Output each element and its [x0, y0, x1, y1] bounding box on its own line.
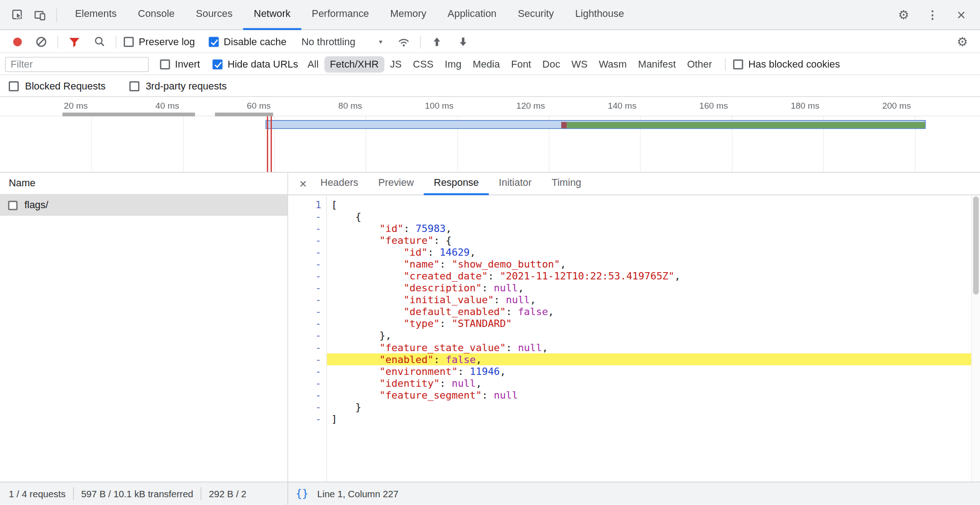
resources-size: 292 B / 2 [209, 488, 246, 499]
detail-tab-response[interactable]: Response [424, 173, 489, 195]
tab-application[interactable]: Application [437, 0, 507, 30]
filter-toggle-button[interactable] [66, 33, 83, 50]
tab-memory[interactable]: Memory [380, 0, 437, 30]
filter-type-fetch-xhr[interactable]: Fetch/XHR [324, 56, 385, 73]
fold-marker[interactable]: - [288, 318, 322, 330]
filter-type-all[interactable]: All [302, 56, 324, 73]
fold-marker[interactable]: - [288, 270, 322, 282]
blocked-requests-checkbox[interactable] [9, 81, 19, 91]
divider [201, 487, 201, 500]
disable-cache-label[interactable]: Disable cache [224, 36, 287, 47]
request-row[interactable]: flags/ [0, 195, 287, 216]
filter-type-css[interactable]: CSS [407, 56, 439, 73]
filter-type-media[interactable]: Media [467, 56, 506, 73]
hide-data-urls-control: Hide data URLs [213, 58, 298, 70]
pretty-print-button[interactable]: {} [296, 487, 308, 500]
inspect-element-button[interactable] [9, 6, 26, 23]
tab-security[interactable]: Security [507, 0, 565, 30]
fold-marker[interactable]: - [288, 282, 322, 294]
code-token: , [476, 377, 482, 389]
has-blocked-cookies-label[interactable]: Has blocked cookies [748, 58, 840, 70]
fold-marker[interactable]: - [288, 235, 322, 247]
filter-type-manifest[interactable]: Manifest [632, 56, 681, 73]
hide-data-urls-checkbox[interactable] [213, 59, 223, 69]
tab-lighthouse[interactable]: Lighthouse [564, 0, 635, 30]
preserve-log-label[interactable]: Preserve log [139, 36, 195, 47]
fold-marker[interactable]: - [288, 306, 322, 318]
code-token: "name" [403, 258, 439, 270]
filter-type-wasm[interactable]: Wasm [593, 56, 632, 73]
tab-sources[interactable]: Sources [185, 0, 243, 30]
detail-tab-headers[interactable]: Headers [310, 173, 368, 195]
divider [73, 487, 73, 500]
network-settings-button[interactable]: ⚙ [954, 33, 971, 51]
tab-network[interactable]: Network [243, 0, 301, 30]
fold-marker[interactable]: - [288, 389, 322, 401]
filter-type-js[interactable]: JS [384, 56, 407, 73]
tick-label: 200 ms [867, 101, 911, 111]
detail-tab-initiator[interactable]: Initiator [489, 173, 542, 195]
export-har-button[interactable] [454, 33, 471, 50]
transferred-size: 597 B / 10.1 kB transferred [81, 488, 193, 499]
record-icon [13, 37, 22, 46]
name-header-label: Name [9, 178, 35, 189]
hide-data-urls-label[interactable]: Hide data URLs [228, 58, 298, 70]
clear-button[interactable] [32, 33, 50, 50]
code-token: : [433, 353, 445, 365]
wifi-icon [396, 35, 410, 47]
requests-count: 1 / 4 requests [9, 488, 66, 499]
filter-type-img[interactable]: Img [439, 56, 467, 73]
more-options-button[interactable]: ⋮ [924, 6, 941, 23]
disable-cache-control: Disable cache [209, 36, 287, 47]
fold-marker[interactable]: - [288, 223, 322, 235]
filter-type-ws[interactable]: WS [566, 56, 593, 73]
fold-marker[interactable]: - [288, 353, 322, 365]
disable-cache-checkbox[interactable] [209, 37, 219, 47]
close-devtools-button[interactable]: × [953, 6, 970, 23]
tab-elements[interactable]: Elements [64, 0, 127, 30]
throttling-select[interactable]: No throttling ▼ [302, 36, 384, 47]
scrollbar-thumb[interactable] [973, 196, 979, 295]
fold-marker[interactable]: - [288, 258, 322, 270]
invert-label[interactable]: Invert [175, 58, 200, 70]
filter-type-other[interactable]: Other [682, 56, 718, 73]
filter-type-font[interactable]: Font [506, 56, 537, 73]
response-scrollbar[interactable] [971, 196, 980, 482]
fold-marker[interactable]: - [288, 401, 322, 413]
fold-marker[interactable]: - [288, 377, 322, 389]
has-blocked-cookies-checkbox[interactable] [733, 59, 743, 69]
code-line: "created_date": "2021-11-12T10:22:53.419… [327, 270, 980, 282]
blocked-requests-label[interactable]: Blocked Requests [25, 80, 106, 92]
import-har-button[interactable] [428, 33, 445, 50]
fold-marker[interactable]: - [288, 247, 322, 258]
detail-tab-preview[interactable]: Preview [368, 173, 424, 195]
fold-marker[interactable]: - [288, 211, 322, 223]
third-party-label[interactable]: 3rd-party requests [146, 80, 227, 92]
fold-marker[interactable]: - [288, 330, 322, 342]
overview-bar [215, 113, 273, 116]
tab-console[interactable]: Console [127, 0, 185, 30]
request-checkbox[interactable] [8, 200, 18, 210]
fold-marker[interactable]: - [288, 365, 322, 377]
name-column-header[interactable]: Name [0, 173, 287, 195]
third-party-checkbox[interactable] [130, 81, 140, 91]
download-arrow-icon [457, 36, 469, 47]
detail-tab-timing[interactable]: Timing [542, 173, 591, 195]
fold-marker[interactable]: - [288, 294, 322, 306]
tick-label: 40 ms [136, 101, 179, 111]
network-conditions-button[interactable] [395, 33, 412, 50]
tab-performance[interactable]: Performance [301, 0, 380, 30]
search-button[interactable] [91, 33, 108, 50]
filter-input[interactable] [5, 57, 149, 72]
code-token: "show_demo_button" [452, 258, 560, 270]
fold-marker[interactable]: - [288, 342, 322, 353]
fold-marker[interactable]: - [288, 413, 322, 425]
preserve-log-checkbox[interactable] [124, 37, 134, 47]
filter-type-doc[interactable]: Doc [537, 56, 566, 73]
device-toolbar-button[interactable] [31, 6, 48, 23]
devtools-settings-button[interactable]: ⚙ [895, 6, 912, 23]
close-details-button[interactable]: × [296, 177, 310, 189]
invert-checkbox[interactable] [160, 59, 170, 69]
record-button[interactable] [9, 33, 26, 50]
waterfall-segment [567, 122, 925, 128]
